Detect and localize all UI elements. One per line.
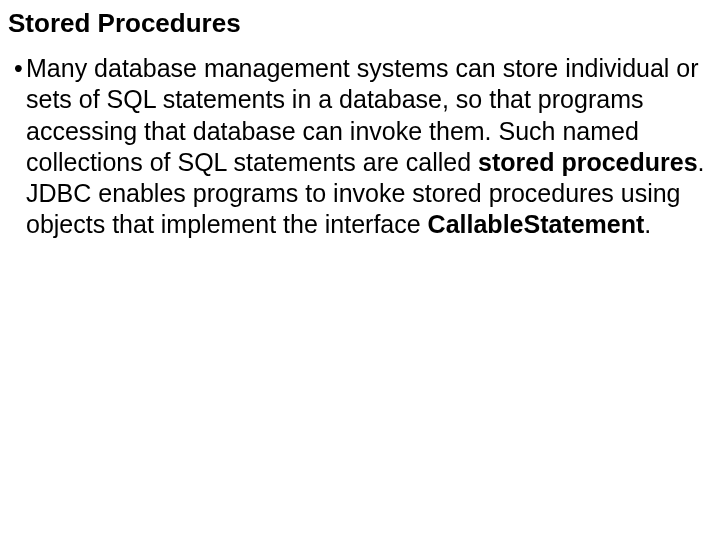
body-text-post: .	[644, 210, 651, 238]
page-title: Stored Procedures	[6, 8, 714, 39]
bold-term-stored-procedures: stored procedures	[478, 148, 698, 176]
bullet-list: Many database management systems can sto…	[6, 53, 714, 241]
bold-term-callablestatement: CallableStatement	[428, 210, 645, 238]
list-item: Many database management systems can sto…	[14, 53, 714, 241]
